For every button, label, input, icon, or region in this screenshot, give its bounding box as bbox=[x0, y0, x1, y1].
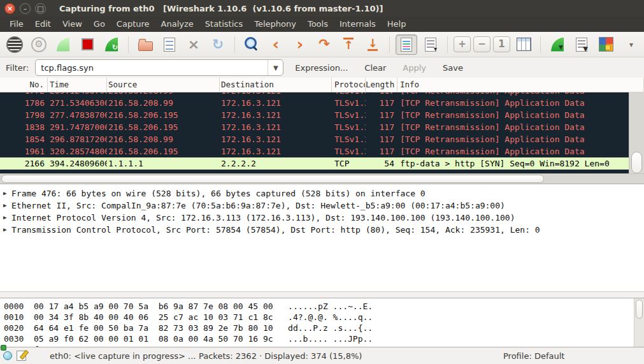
packet-row[interactable]: 1838 291.74787000 216.58.206.195 172.16.… bbox=[0, 121, 629, 133]
hex-row[interactable]: 0000 00 17 a4 b5 a9 00 70 5a b6 9a 87 7e… bbox=[4, 301, 644, 312]
menu-bar: File Edit View Go Capture Analyze Statis… bbox=[0, 17, 644, 32]
toolbar-separator bbox=[447, 36, 448, 53]
packet-row[interactable]: 1772 269.12456700 216.58.208.99 172.16.3… bbox=[0, 92, 629, 97]
go-forward-icon[interactable]: › bbox=[289, 34, 311, 55]
window-close-icon[interactable]: × bbox=[4, 3, 15, 14]
menu-item[interactable]: Capture bbox=[111, 17, 155, 32]
expression-button[interactable]: Expression... bbox=[295, 63, 348, 73]
detail-row[interactable]: ▶ Ethernet II, Src: CompalIn_9a:87:7e (7… bbox=[3, 200, 644, 212]
detail-text: Frame 476: 66 bytes on wire (528 bits), … bbox=[11, 187, 426, 200]
window-minimize-icon[interactable]: – bbox=[20, 3, 31, 14]
menu-item[interactable]: Telephony bbox=[248, 17, 302, 32]
autoscroll-icon[interactable]: ▾ bbox=[420, 34, 441, 55]
clear-button[interactable]: Clear bbox=[364, 63, 386, 73]
open-capture-icon[interactable] bbox=[134, 34, 156, 55]
vertical-scrollbar-thumb[interactable] bbox=[631, 152, 642, 173]
menu-item[interactable]: Statistics bbox=[199, 17, 248, 32]
detail-text: Internet Protocol Version 4, Src: 172.16… bbox=[11, 212, 515, 224]
pane-splitter[interactable] bbox=[0, 291, 644, 298]
toolbar-separator bbox=[540, 36, 541, 53]
packet-row[interactable]: 1786 271.53406300 216.58.208.99 172.16.3… bbox=[0, 97, 629, 109]
go-back-icon[interactable]: ‹ bbox=[265, 34, 287, 55]
capture-stop-icon[interactable] bbox=[76, 34, 98, 55]
detail-text: Ethernet II, Src: CompalIn_9a:87:7e (70:… bbox=[11, 200, 505, 212]
colorize-icon[interactable] bbox=[396, 34, 417, 55]
save-capture-icon[interactable] bbox=[159, 34, 180, 55]
go-to-packet-icon[interactable]: ↷ bbox=[313, 34, 335, 55]
menu-item[interactable]: Go bbox=[88, 17, 111, 32]
hex-row[interactable]: 0020 64 64 e1 fe 00 50 ba 7a 82 73 03 89… bbox=[4, 323, 644, 333]
menu-item[interactable]: View bbox=[57, 17, 88, 32]
capture-restart-icon[interactable]: ↻ bbox=[101, 34, 122, 55]
filter-label: Filter: bbox=[6, 63, 29, 73]
filter-dropdown-icon[interactable]: ▼ bbox=[268, 60, 283, 75]
detail-row[interactable]: ▶ Frame 476: 66 bytes on wire (528 bits)… bbox=[3, 187, 644, 200]
packet-row[interactable]: 1798 277.47838700 216.58.206.195 172.16.… bbox=[0, 109, 629, 121]
detail-row[interactable]: ▶ Transmission Control Protocol, Src Por… bbox=[3, 224, 644, 236]
interfaces-list-icon[interactable] bbox=[4, 34, 25, 55]
packet-row[interactable]: 1961 320.28574800 216.58.206.195 172.16.… bbox=[0, 145, 629, 157]
apply-button[interactable]: Apply bbox=[403, 63, 426, 73]
packet-list: 1772 269.12456700 216.58.208.99 172.16.3… bbox=[0, 92, 644, 173]
zoom-in-icon[interactable]: + bbox=[454, 36, 471, 52]
menu-item[interactable]: Help bbox=[382, 17, 412, 32]
profile-label[interactable]: Profile: Default bbox=[503, 351, 564, 361]
packet-counts: Packets: 2362 · Displayed: 374 (15,8%) bbox=[199, 351, 362, 361]
hex-rows: 0000 00 17 a4 b5 a9 00 70 5a b6 9a 87 7e… bbox=[4, 301, 644, 347]
capture-start-icon[interactable] bbox=[52, 34, 74, 55]
filter-combobox[interactable]: ▼ bbox=[35, 59, 283, 76]
expert-info-icon[interactable] bbox=[3, 351, 12, 360]
menu-item[interactable]: Edit bbox=[29, 17, 57, 32]
capture-comment-icon[interactable] bbox=[17, 351, 26, 361]
capture-options-icon[interactable]: ⚙ bbox=[28, 34, 50, 55]
capture-filters-icon[interactable]: ▼ bbox=[547, 34, 568, 55]
menu-item[interactable]: Tools bbox=[302, 17, 334, 32]
go-to-top-icon[interactable]: ↑ bbox=[338, 34, 359, 55]
column-header[interactable]: Destination bbox=[220, 78, 332, 92]
filter-input[interactable] bbox=[36, 63, 268, 73]
expander-icon[interactable]: ▶ bbox=[3, 224, 11, 236]
detail-row[interactable]: ▶ Internet Protocol Version 4, Src: 172.… bbox=[3, 212, 644, 224]
go-to-bottom-icon[interactable]: ↓ bbox=[362, 34, 383, 55]
coloring-rules-icon[interactable] bbox=[595, 34, 617, 55]
hex-row[interactable]: 0010 00 34 3f 8b 40 00 40 06 25 c7 ac 10… bbox=[4, 312, 644, 323]
display-filters-icon[interactable]: ▼ bbox=[571, 34, 592, 55]
hex-scrollbar[interactable] bbox=[634, 298, 644, 347]
detail-text: Transmission Control Protocol, Src Port:… bbox=[11, 224, 540, 236]
find-packet-icon[interactable] bbox=[241, 34, 262, 55]
vertical-scrollbar[interactable] bbox=[629, 92, 644, 173]
hex-dump-pane: 0000 00 17 a4 b5 a9 00 70 5a b6 9a 87 7e… bbox=[0, 298, 644, 347]
hex-scrollbar-thumb[interactable] bbox=[636, 300, 643, 319]
menu-item[interactable]: File bbox=[4, 17, 29, 32]
save-button[interactable]: Save bbox=[443, 63, 463, 73]
window-title: Capturing from eth0 [Wireshark 1.10.6 (v… bbox=[59, 4, 383, 13]
column-header[interactable]: Info bbox=[397, 78, 644, 92]
column-header[interactable]: No. bbox=[0, 78, 48, 92]
expander-icon[interactable]: ▶ bbox=[3, 200, 11, 212]
zoom-out-icon[interactable]: − bbox=[473, 36, 490, 52]
column-header[interactable]: Length bbox=[366, 78, 397, 92]
packet-list-header: No. Time Source Destination Protocol Len… bbox=[0, 78, 644, 92]
horizontal-scrollbar[interactable] bbox=[0, 173, 644, 184]
column-header[interactable]: Protocol bbox=[332, 78, 366, 92]
column-header[interactable]: Time bbox=[48, 78, 107, 92]
expander-icon[interactable]: ▶ bbox=[3, 212, 11, 224]
packet-row[interactable]: 2166 394.24809600 1.1.1.1 2.2.2.2 TCP 54… bbox=[0, 157, 629, 170]
packet-row[interactable]: 1854 296.87817200 216.58.208.99 172.16.3… bbox=[0, 133, 629, 145]
menu-item[interactable]: Analyze bbox=[155, 17, 199, 32]
expander-icon[interactable]: ▶ bbox=[3, 187, 11, 200]
horizontal-scrollbar-thumb[interactable] bbox=[1, 175, 544, 183]
window-maximize-icon[interactable]: □ bbox=[35, 3, 46, 14]
resize-columns-icon[interactable] bbox=[513, 34, 534, 55]
close-capture-icon[interactable]: × bbox=[183, 34, 204, 55]
toolbar-overflow-icon[interactable]: ▾ bbox=[625, 34, 638, 55]
main-toolbar: ⚙ ↻ bbox=[0, 32, 644, 57]
column-header[interactable]: Source bbox=[107, 78, 220, 92]
status-bar: eth0: <live capture in progress> ... Pac… bbox=[0, 347, 644, 364]
wireshark-window: × – □ Capturing from eth0 [Wireshark 1.1… bbox=[0, 0, 644, 364]
reload-icon[interactable]: ↻ bbox=[207, 34, 229, 55]
filter-bar: Filter: ▼ Expression... Clear Apply Save bbox=[0, 57, 644, 78]
zoom-100-icon[interactable]: 1 bbox=[493, 36, 510, 52]
hex-row[interactable]: 0030 05 a9 f0 62 00 00 01 01 08 0a 00 4a… bbox=[4, 333, 644, 344]
menu-item[interactable]: Internals bbox=[334, 17, 382, 32]
